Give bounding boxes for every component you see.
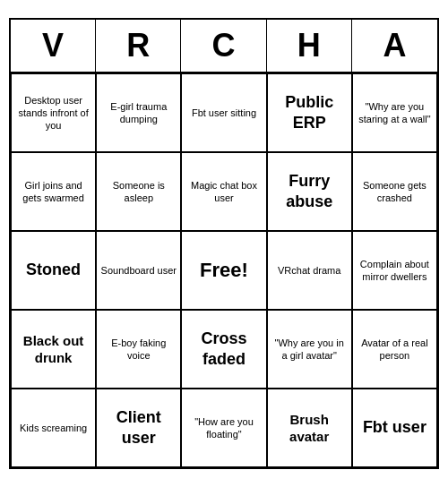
- bingo-cell-10[interactable]: Stoned: [11, 231, 96, 310]
- header-letter-h: H: [267, 20, 352, 72]
- bingo-cell-15[interactable]: Black out drunk: [11, 310, 96, 389]
- bingo-cell-22[interactable]: "How are you floating": [181, 389, 266, 467]
- header-letter-v: V: [11, 20, 96, 72]
- bingo-cell-24[interactable]: Fbt user: [352, 389, 437, 467]
- bingo-cell-8[interactable]: Furry abuse: [267, 152, 352, 231]
- bingo-cell-14[interactable]: Complain about mirror dwellers: [352, 231, 437, 310]
- header-letter-a: A: [352, 20, 437, 72]
- bingo-cell-5[interactable]: Girl joins and gets swarmed: [11, 152, 96, 231]
- bingo-grid: Desktop user stands infront of youE-girl…: [11, 73, 437, 467]
- bingo-cell-3[interactable]: Public ERP: [267, 73, 352, 152]
- bingo-cell-19[interactable]: Avatar of a real person: [352, 310, 437, 389]
- header-letter-r: R: [96, 20, 181, 72]
- header-letter-c: C: [181, 20, 266, 72]
- bingo-cell-1[interactable]: E-girl trauma dumping: [96, 73, 181, 152]
- bingo-cell-0[interactable]: Desktop user stands infront of you: [11, 73, 96, 152]
- bingo-cell-16[interactable]: E-boy faking voice: [96, 310, 181, 389]
- bingo-cell-7[interactable]: Magic chat box user: [181, 152, 266, 231]
- bingo-cell-18[interactable]: "Why are you in a girl avatar": [267, 310, 352, 389]
- bingo-cell-9[interactable]: Someone gets crashed: [352, 152, 437, 231]
- bingo-cell-6[interactable]: Someone is asleep: [96, 152, 181, 231]
- bingo-cell-11[interactable]: Soundboard user: [96, 231, 181, 310]
- bingo-cell-17[interactable]: Cross faded: [181, 310, 266, 389]
- bingo-cell-12[interactable]: Free!: [181, 231, 266, 310]
- bingo-card: VRCHA Desktop user stands infront of you…: [9, 18, 439, 469]
- bingo-header: VRCHA: [11, 20, 437, 73]
- bingo-cell-2[interactable]: Fbt user sitting: [181, 73, 266, 152]
- bingo-cell-13[interactable]: VRchat drama: [267, 231, 352, 310]
- bingo-cell-4[interactable]: "Why are you staring at a wall": [352, 73, 437, 152]
- bingo-cell-23[interactable]: Brush avatar: [267, 389, 352, 467]
- bingo-cell-21[interactable]: Client user: [96, 389, 181, 467]
- bingo-cell-20[interactable]: Kids screaming: [11, 389, 96, 467]
